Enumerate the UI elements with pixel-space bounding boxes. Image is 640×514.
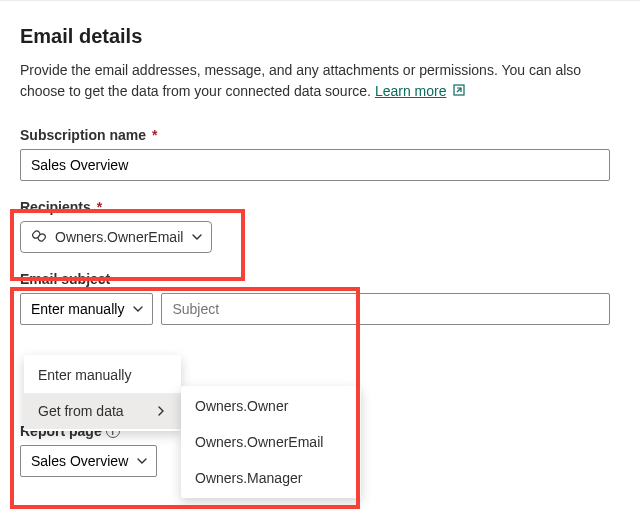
subscription-name-label: Subscription name* bbox=[20, 127, 620, 143]
report-page-selected: Sales Overview bbox=[31, 453, 128, 469]
external-link-icon bbox=[452, 82, 466, 103]
chevron-down-icon bbox=[191, 231, 203, 243]
email-subject-input[interactable] bbox=[161, 293, 610, 325]
page-description: Provide the email addresses, message, an… bbox=[20, 60, 620, 103]
required-indicator: * bbox=[97, 199, 102, 215]
recipients-label: Recipients* bbox=[20, 199, 620, 215]
chevron-down-icon bbox=[136, 455, 148, 467]
subscription-name-input[interactable] bbox=[20, 149, 610, 181]
menu-item-get-from-data[interactable]: Get from data bbox=[24, 393, 181, 429]
email-subject-source-selected: Enter manually bbox=[31, 301, 124, 317]
recipients-chip-label: Owners.OwnerEmail bbox=[55, 229, 183, 245]
data-field-submenu: Owners.Owner Owners.OwnerEmail Owners.Ma… bbox=[181, 386, 361, 498]
submenu-item-owners-owneremail[interactable]: Owners.OwnerEmail bbox=[181, 424, 361, 460]
page-title: Email details bbox=[20, 25, 620, 48]
chevron-right-icon bbox=[155, 405, 167, 417]
subject-source-menu: Enter manually Get from data bbox=[24, 355, 181, 431]
submenu-item-owners-owner[interactable]: Owners.Owner bbox=[181, 388, 361, 424]
email-subject-source-dropdown[interactable]: Enter manually bbox=[20, 293, 153, 325]
description-text: Provide the email addresses, message, an… bbox=[20, 62, 581, 99]
link-icon bbox=[31, 228, 47, 247]
menu-item-enter-manually[interactable]: Enter manually bbox=[24, 357, 181, 393]
required-indicator: * bbox=[152, 127, 157, 143]
learn-more-link[interactable]: Learn more bbox=[375, 83, 447, 99]
submenu-item-owners-manager[interactable]: Owners.Manager bbox=[181, 460, 361, 496]
email-subject-label: Email subject bbox=[20, 271, 620, 287]
chevron-down-icon bbox=[132, 303, 144, 315]
recipients-chip[interactable]: Owners.OwnerEmail bbox=[20, 221, 212, 253]
report-page-dropdown[interactable]: Sales Overview bbox=[20, 445, 157, 477]
